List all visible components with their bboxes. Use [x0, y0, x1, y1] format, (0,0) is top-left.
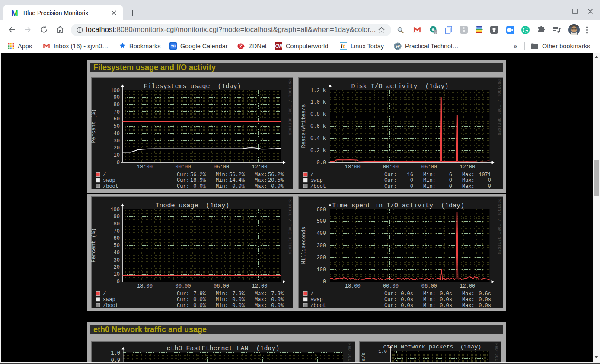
svg-text:/: / — [310, 172, 313, 178]
svg-text:100: 100 — [316, 267, 326, 273]
svg-text:Time spent in I/O activity (1: Time spent in I/O activity (1day) — [332, 202, 464, 209]
svg-text:Reads+Writes/s: Reads+Writes/s — [301, 104, 307, 148]
svg-text:Cur:: Cur: — [384, 172, 397, 178]
svg-text:RRDTOOL / TOBI OETIKER: RRDTOOL / TOBI OETIKER — [494, 343, 498, 364]
svg-text:12:00: 12:00 — [460, 283, 475, 289]
svg-text:/: / — [310, 291, 313, 297]
svg-text:12:00: 12:00 — [460, 164, 475, 170]
svg-text:0: 0 — [488, 184, 491, 190]
svg-text:0.0s: 0.0s — [479, 297, 491, 303]
svg-text:20.5%: 20.5% — [268, 177, 284, 184]
svg-text:Min:: Min: — [423, 297, 436, 303]
svg-text:0.0s: 0.0s — [401, 303, 413, 309]
svg-text:80: 80 — [114, 221, 120, 227]
svg-text:RRDTOOL / TOBI OETIKER: RRDTOOL / TOBI OETIKER — [287, 79, 292, 136]
svg-text:1.0 k: 1.0 k — [310, 99, 326, 105]
svg-text:Cur:: Cur: — [177, 177, 189, 184]
svg-text:18:00: 18:00 — [345, 164, 361, 170]
svg-text:0.0s: 0.0s — [479, 303, 491, 309]
svg-text:0: 0 — [488, 177, 491, 184]
svg-text:0: 0 — [449, 184, 452, 190]
svg-text:1.2 k: 1.2 k — [310, 88, 326, 94]
svg-text:Cur:: Cur: — [384, 303, 397, 309]
svg-text:40: 40 — [114, 250, 120, 256]
svg-text:500: 500 — [316, 218, 326, 225]
svg-text:Max:: Max: — [462, 291, 475, 297]
svg-text:?: ? — [434, 31, 437, 35]
svg-text:Cur:: Cur: — [384, 291, 397, 297]
svg-text:0.0%: 0.0% — [271, 184, 284, 190]
svg-text:Max:: Max: — [462, 177, 475, 184]
svg-text:00:00: 00:00 — [383, 283, 399, 289]
svg-text:70: 70 — [114, 109, 120, 115]
svg-text:Cur:: Cur: — [177, 172, 189, 178]
svg-text:0.0s: 0.0s — [401, 297, 413, 303]
svg-text:100: 100 — [110, 207, 120, 213]
svg-text:CW: CW — [275, 44, 282, 49]
svg-text:0.6 k: 0.6 k — [310, 123, 326, 130]
svg-text:80: 80 — [114, 102, 120, 108]
svg-text:eth0 Network packets (1day): eth0 Network packets (1day) — [383, 344, 482, 350]
svg-text:Max:: Max: — [462, 303, 475, 309]
svg-text:18.9%: 18.9% — [190, 177, 206, 184]
svg-text:M: M — [11, 9, 18, 17]
svg-text:Cur:: Cur: — [384, 184, 397, 190]
svg-text:RRDTOOL / TOBI OETIKER: RRDTOOL / TOBI OETIKER — [497, 79, 501, 136]
svg-text:0.0%: 0.0% — [271, 303, 284, 309]
svg-text:16: 16 — [407, 172, 413, 178]
svg-text:1.0: 1.0 — [378, 349, 387, 354]
svg-text:1071: 1071 — [479, 172, 491, 178]
svg-text:56.2%: 56.2% — [190, 172, 206, 178]
svg-text:06:00: 06:00 — [214, 283, 229, 289]
svg-text:Min:: Min: — [216, 297, 228, 303]
svg-text:0: 0 — [410, 177, 413, 184]
svg-text:W: W — [395, 43, 400, 49]
svg-text:Min:: Min: — [423, 303, 436, 309]
svg-text:Max:: Max: — [462, 184, 475, 190]
svg-text:eth0 FastEthernet LAN (1day): eth0 FastEthernet LAN (1day) — [166, 345, 279, 352]
svg-text:0.0%: 0.0% — [232, 297, 245, 303]
svg-text:swap: swap — [310, 297, 323, 303]
svg-text:18:00: 18:00 — [137, 283, 153, 289]
svg-text:Min:: Min: — [216, 303, 228, 309]
svg-text:06:00: 06:00 — [421, 283, 437, 289]
svg-text:7.9%: 7.9% — [232, 291, 245, 297]
svg-text:0.0%: 0.0% — [193, 297, 206, 303]
svg-text:Min:: Min: — [216, 172, 228, 178]
svg-text:20: 20 — [114, 145, 120, 151]
svg-text:12:00: 12:00 — [252, 283, 267, 289]
svg-text:Percent (%): Percent (%) — [91, 109, 97, 143]
svg-text:50: 50 — [114, 243, 120, 249]
svg-text:RRDTOOL / TOBI OETIKER: RRDTOOL / TOBI OETIKER — [287, 199, 292, 255]
svg-text:Filesystems usage (1day): Filesystems usage (1day) — [144, 83, 241, 90]
svg-text:0: 0 — [410, 184, 413, 190]
svg-text:0.0%: 0.0% — [193, 303, 206, 309]
svg-text:Cur:: Cur: — [384, 177, 397, 184]
svg-text:swap: swap — [103, 177, 115, 184]
svg-text:7.9%: 7.9% — [271, 291, 284, 297]
svg-text:Max:: Max: — [255, 177, 267, 184]
svg-text:Cur:: Cur: — [177, 303, 189, 309]
svg-text:400: 400 — [316, 231, 326, 237]
svg-text:6: 6 — [449, 172, 452, 178]
svg-text:0.0%: 0.0% — [193, 184, 206, 190]
svg-text:14.4%: 14.4% — [229, 177, 245, 184]
svg-text:s/s: s/s — [361, 352, 366, 361]
svg-text:00:00: 00:00 — [175, 283, 191, 289]
svg-text:Min:: Min: — [423, 177, 436, 184]
svg-text:0.0: 0.0 — [316, 160, 326, 166]
svg-text:200: 200 — [316, 255, 326, 261]
svg-text:0.0%: 0.0% — [232, 184, 245, 190]
svg-text:0: 0 — [449, 177, 452, 184]
svg-text:Max:: Max: — [255, 172, 267, 178]
svg-text:30: 30 — [114, 138, 120, 144]
svg-text:06:00: 06:00 — [421, 164, 437, 170]
svg-text:18:00: 18:00 — [137, 164, 153, 170]
svg-text:Min:: Min: — [423, 172, 436, 178]
svg-text:10: 10 — [114, 272, 120, 278]
svg-text:600: 600 — [316, 207, 326, 213]
svg-text:0.0s: 0.0s — [440, 303, 452, 309]
svg-text:56.2%: 56.2% — [229, 172, 245, 178]
svg-text:/boot: /boot — [103, 184, 118, 190]
svg-text:RRDTOOL / TOBI OETIKER: RRDTOOL / TOBI OETIKER — [497, 199, 501, 255]
